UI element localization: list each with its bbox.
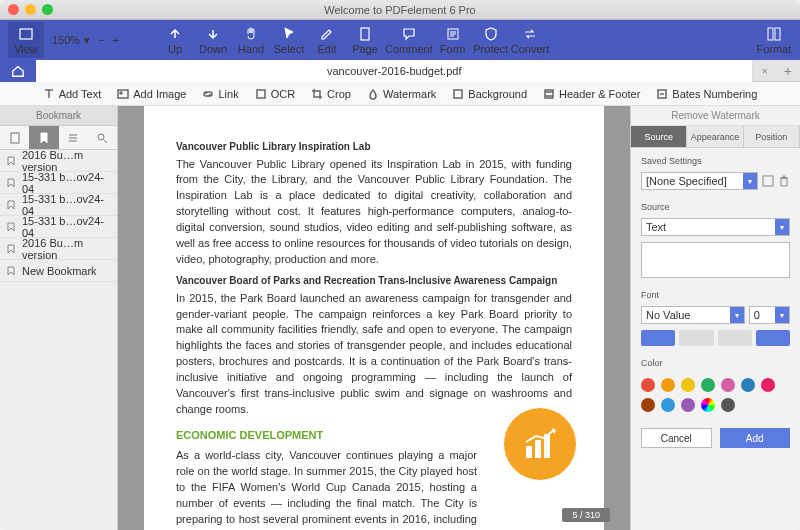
paragraph: As a world-class city, Vancouver continu… xyxy=(176,448,477,530)
saved-settings-select[interactable]: [None Specified]▾ xyxy=(641,172,758,190)
bookmark-icon xyxy=(6,222,16,232)
maximize-window-icon[interactable] xyxy=(42,4,53,15)
color-swatch[interactable] xyxy=(721,398,735,412)
convert-button[interactable]: Convert xyxy=(511,22,550,58)
add-button[interactable]: Add xyxy=(720,428,791,448)
edit-toolbar: Add Text Add Image Link OCR Crop Waterma… xyxy=(0,82,800,106)
tab-bar: vancouver-2016-budget.pdf × + xyxy=(0,60,800,82)
background-button[interactable]: Background xyxy=(452,88,527,100)
view-button[interactable]: View xyxy=(8,22,44,58)
svg-rect-5 xyxy=(118,90,128,98)
svg-rect-3 xyxy=(768,28,773,40)
hand-button[interactable]: Hand xyxy=(233,22,269,58)
main-area: Bookmark 2016 Bu…m version 15-331 b…ov24… xyxy=(0,106,800,530)
home-tab[interactable] xyxy=(0,60,36,82)
add-image-button[interactable]: Add Image xyxy=(117,88,186,100)
sidebar-tab-outline[interactable] xyxy=(59,126,88,149)
color-swatch[interactable] xyxy=(681,378,695,392)
bookmark-item[interactable]: 15-331 b…ov24-04 xyxy=(0,194,117,216)
color-swatch[interactable] xyxy=(701,378,715,392)
form-button[interactable]: Form xyxy=(435,22,471,58)
home-icon xyxy=(11,64,25,78)
delete-preset-icon[interactable] xyxy=(778,175,790,187)
bookmark-item[interactable]: 15-331 b…ov24-04 xyxy=(0,172,117,194)
ocr-button[interactable]: OCR xyxy=(255,88,295,100)
add-text-button[interactable]: Add Text xyxy=(43,88,102,100)
source-text-input[interactable] xyxy=(641,242,790,278)
sidebar-title: Bookmark xyxy=(0,106,117,126)
sidebar: Bookmark 2016 Bu…m version 15-331 b…ov24… xyxy=(0,106,118,530)
link-icon xyxy=(202,88,214,100)
sidebar-tab-search[interactable] xyxy=(88,126,117,149)
svg-rect-13 xyxy=(526,446,532,458)
bookmark-item[interactable]: 2016 Bu…m version xyxy=(0,238,117,260)
header-footer-button[interactable]: Header & Footer xyxy=(543,88,640,100)
align-left-button[interactable] xyxy=(641,330,675,346)
cancel-button[interactable]: Cancel xyxy=(641,428,712,448)
source-label: Source xyxy=(641,202,790,212)
titlebar: Welcome to PDFelement 6 Pro xyxy=(0,0,800,20)
page-button[interactable]: Page xyxy=(347,22,383,58)
document-tab[interactable]: vancouver-2016-budget.pdf xyxy=(36,60,753,82)
zoom-out-button[interactable]: − xyxy=(94,34,108,46)
close-window-icon[interactable] xyxy=(8,4,19,15)
font-label: Font xyxy=(641,290,790,300)
color-swatch[interactable] xyxy=(641,378,655,392)
align-right-button[interactable] xyxy=(718,330,752,346)
font-size-input[interactable]: 0▾ xyxy=(749,306,790,324)
color-swatch[interactable] xyxy=(681,398,695,412)
document-viewport[interactable]: Vancouver Public Library Inspiration Lab… xyxy=(118,106,630,530)
header-footer-icon xyxy=(543,88,555,100)
color-swatch[interactable] xyxy=(641,398,655,412)
color-swatch[interactable] xyxy=(661,378,675,392)
color-picker-button[interactable] xyxy=(701,398,715,412)
format-button[interactable]: Format xyxy=(756,22,792,58)
protect-button[interactable]: Protect xyxy=(473,22,509,58)
bookmark-item[interactable]: New Bookmark xyxy=(0,260,117,282)
svg-rect-7 xyxy=(257,90,265,98)
svg-rect-16 xyxy=(763,176,773,186)
edit-button[interactable]: Edit xyxy=(309,22,345,58)
edit-icon xyxy=(319,26,335,42)
sidebar-tab-thumbnails[interactable] xyxy=(0,126,29,149)
up-button[interactable]: Up xyxy=(157,22,193,58)
save-preset-icon[interactable] xyxy=(762,175,774,187)
tab-appearance[interactable]: Appearance xyxy=(687,126,743,147)
source-select[interactable]: Text▾ xyxy=(641,218,790,236)
background-icon xyxy=(452,88,464,100)
format-icon xyxy=(766,26,782,42)
bookmark-item[interactable]: 15-331 b…ov24-04 xyxy=(0,216,117,238)
down-button[interactable]: Down xyxy=(195,22,231,58)
chevron-down-icon: ▾ xyxy=(730,307,744,323)
watermark-button[interactable]: Watermark xyxy=(367,88,436,100)
bates-icon xyxy=(656,88,668,100)
color-swatch[interactable] xyxy=(741,378,755,392)
select-button[interactable]: Select xyxy=(271,22,307,58)
color-swatch[interactable] xyxy=(721,378,735,392)
color-swatch[interactable] xyxy=(661,398,675,412)
crop-button[interactable]: Crop xyxy=(311,88,351,100)
comment-button[interactable]: Comment xyxy=(385,22,433,58)
svg-rect-11 xyxy=(11,133,19,143)
bookmark-icon xyxy=(6,200,16,210)
zoom-in-button[interactable]: + xyxy=(113,34,119,46)
ribbon: View 150%▾ − + Up Down Hand Select Edit … xyxy=(0,20,800,60)
font-select[interactable]: No Value▾ xyxy=(641,306,745,324)
zoom-control[interactable]: 150%▾ − + xyxy=(46,34,125,47)
align-justify-button[interactable] xyxy=(756,330,790,346)
watermark-icon xyxy=(367,88,379,100)
tab-add-button[interactable]: + xyxy=(776,63,800,79)
bookmark-icon xyxy=(6,178,16,188)
tab-position[interactable]: Position xyxy=(744,126,800,147)
sidebar-tabs xyxy=(0,126,117,150)
comment-icon xyxy=(401,26,417,42)
sidebar-tab-bookmarks[interactable] xyxy=(29,126,58,149)
minimize-window-icon[interactable] xyxy=(25,4,36,15)
color-swatch[interactable] xyxy=(761,378,775,392)
link-button[interactable]: Link xyxy=(202,88,238,100)
bates-button[interactable]: Bates Numbering xyxy=(656,88,757,100)
align-center-button[interactable] xyxy=(679,330,713,346)
tab-close-button[interactable]: × xyxy=(753,65,775,77)
bookmark-item[interactable]: 2016 Bu…m version xyxy=(0,150,117,172)
tab-source[interactable]: Source xyxy=(631,126,687,147)
